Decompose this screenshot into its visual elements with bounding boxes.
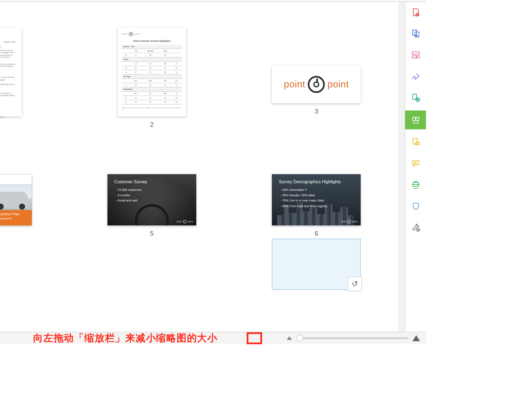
organize-pages-icon[interactable] <box>405 110 426 129</box>
letter-heading-2: Announcing Two new promotions <box>0 72 15 75</box>
table-title: 2015 Customer Survey Highlights <box>122 40 182 42</box>
tools-rail <box>405 2 426 332</box>
zoom-min-icon <box>287 336 292 340</box>
zoom-max-icon <box>412 335 420 341</box>
page-thumb-4[interactable]: pointpoint 2015 Customer Survey & Incent… <box>0 174 32 226</box>
combine-icon[interactable] <box>409 92 421 104</box>
page-thumb-6[interactable]: Survey Demographics Highlights 55% Gener… <box>272 174 361 226</box>
svg-rect-28 <box>412 52 419 54</box>
survey-table: Service Cost LowAverageHigh %86032 Trave… <box>122 45 182 105</box>
thumb-number: 2 <box>150 121 154 128</box>
page-thumb-5[interactable]: Customer Survey 22,000 customers6 months… <box>107 174 196 226</box>
svg-rect-26 <box>412 30 416 35</box>
letter-heading: Dear Surveyed point2point Customer, <box>0 46 15 48</box>
organize-toolbar: 组织页面 输入页面范围▼ 提取 插入▼ 替换 拆分 更多▼ 关闭 <box>0 0 426 2</box>
vertical-scrollbar[interactable] <box>399 2 405 332</box>
thumbnail-zoom-bar: 向左拖动「缩放栏」来减小缩略图的大小 <box>0 332 426 344</box>
annotation-highlight <box>247 332 262 344</box>
edit-pdf-icon[interactable] <box>409 49 421 61</box>
thumb-cell-6[interactable]: Survey Demographics Highlights 55% Gener… <box>272 174 361 315</box>
thumb-cell-5[interactable]: Customer Survey 22,000 customers6 months… <box>107 174 196 315</box>
thumb-number: 3 <box>315 108 318 115</box>
export-pdf-icon[interactable] <box>409 28 421 40</box>
page-thumb-1[interactable]: pointpoint 1 April, 2015 Dear Surveyed p… <box>0 28 21 116</box>
new-page-placeholder[interactable]: ↺ <box>272 239 361 290</box>
annotation-text: 向左拖动「缩放栏」来减小缩略图的大小 <box>33 331 218 345</box>
main-area: pointpoint 1 April, 2015 Dear Surveyed p… <box>0 2 426 332</box>
svg-rect-30 <box>417 56 419 58</box>
comment-tool-icon[interactable] <box>409 136 421 148</box>
zoom-slider-thumb[interactable] <box>296 334 303 341</box>
letter-date: 1 April, 2015 <box>0 40 15 43</box>
thumb-cell-4[interactable]: pointpoint 2015 Customer Survey & Incent… <box>0 174 32 315</box>
note-icon[interactable] <box>409 157 421 169</box>
create-pdf-icon[interactable] <box>409 6 421 18</box>
steering-wheel-icon <box>129 32 133 36</box>
car-illustration <box>0 192 28 208</box>
thumb-cell-2[interactable]: pointpoint 2015 Customer Survey Highligh… <box>118 28 186 153</box>
thumb-cell-1[interactable]: pointpoint 1 April, 2015 Dear Surveyed p… <box>0 28 21 153</box>
thumb-cell-3[interactable]: pointpoint 3 <box>272 66 361 115</box>
page-thumb-3[interactable]: pointpoint <box>272 66 361 103</box>
zoom-slider-track[interactable] <box>296 337 408 339</box>
undo-insert-icon[interactable]: ↺ <box>348 277 362 291</box>
signature: J. Santiago <box>0 102 15 106</box>
thumb-number: 5 <box>150 230 154 237</box>
tools-settings-icon[interactable] <box>409 222 421 233</box>
svg-rect-35 <box>413 138 417 144</box>
svg-rect-34 <box>416 117 419 121</box>
scan-icon[interactable] <box>409 179 421 191</box>
page-thumb-2[interactable]: pointpoint 2015 Customer Survey Highligh… <box>118 28 186 116</box>
thumbnail-grid[interactable]: pointpoint 1 April, 2015 Dear Surveyed p… <box>0 2 399 332</box>
protect-icon[interactable] <box>409 200 421 212</box>
steering-wheel-icon <box>308 76 325 93</box>
svg-rect-33 <box>412 117 415 121</box>
svg-rect-29 <box>412 56 416 58</box>
thumb-number: 6 <box>315 230 318 237</box>
sign-icon[interactable] <box>409 70 421 82</box>
